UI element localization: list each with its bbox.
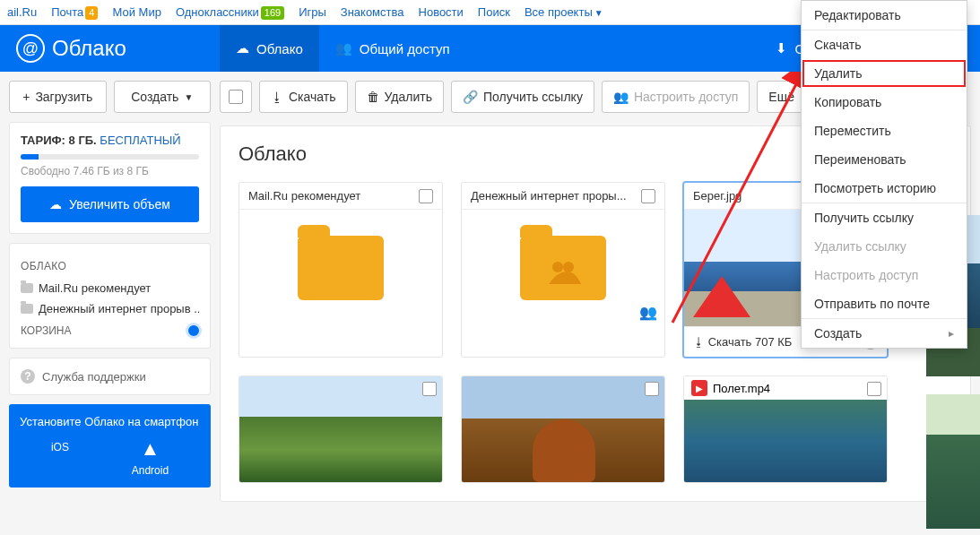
increase-storage-button[interactable]: ☁Увеличить объем: [21, 186, 199, 222]
ctx-move[interactable]: Переместить: [802, 116, 967, 145]
getlink-button[interactable]: 🔗Получить ссылку: [451, 81, 594, 113]
file-card-folder-shared[interactable]: Денежный интернет проры... 👥: [461, 182, 665, 358]
folder-icon: [21, 283, 33, 293]
shared-overlay-icon: [545, 257, 581, 284]
quota-text: Свободно 7.46 ГБ из 8 ГБ: [21, 165, 199, 177]
ctx-delete[interactable]: Удалить: [802, 59, 967, 88]
access-button[interactable]: 👥Настроить доступ: [602, 81, 750, 113]
delete-label: Удалить: [385, 90, 432, 104]
link-games[interactable]: Игры: [299, 5, 326, 19]
logo-text: Облако: [52, 36, 126, 61]
ctx-create[interactable]: Создать: [802, 319, 967, 348]
video-icon: ▶: [691, 380, 707, 396]
ios-link[interactable]: iOS: [51, 437, 69, 477]
tab-cloud[interactable]: ☁ Облако: [220, 25, 319, 72]
tree-label: Mail.Ru рекомендует: [39, 281, 151, 295]
caret-down-icon: ▼: [184, 92, 193, 102]
people-icon: 👥: [613, 90, 629, 104]
caret-down-icon: ▼: [594, 8, 603, 18]
card-checkbox[interactable]: [867, 382, 881, 396]
ctx-sendmail[interactable]: Отправить по почте: [802, 289, 967, 318]
ctx-download[interactable]: Скачать: [802, 30, 967, 59]
decoration: [967, 56, 980, 70]
link-moymir[interactable]: Мой Мир: [112, 5, 160, 19]
svg-point-0: [552, 262, 563, 272]
file-card-image[interactable]: [238, 375, 443, 483]
cloud-icon: ☁: [49, 197, 62, 211]
file-card-folder[interactable]: Mail.Ru рекомендует: [238, 182, 443, 358]
ctx-history[interactable]: Посмотреть историю: [802, 174, 967, 203]
tree-card: ОБЛАКО Mail.Ru рекомендует Денежный инте…: [9, 243, 211, 349]
card-checkbox[interactable]: [419, 189, 433, 203]
link-news[interactable]: Новости: [419, 5, 464, 19]
increase-label: Увеличить объем: [69, 197, 170, 211]
link-mail[interactable]: Почта4: [51, 5, 98, 20]
folder-icon: [520, 236, 606, 300]
tab-cloud-label: Облако: [256, 41, 303, 56]
ios-label: iOS: [51, 441, 69, 453]
tree-item[interactable]: Mail.Ru рекомендует: [21, 278, 199, 298]
sidebar: +Загрузить Создать▼ ТАРИФ: 8 ГБ. БЕСПЛАТ…: [0, 72, 220, 535]
thumbnail-rocks: [462, 376, 664, 482]
card-title: Полет.mp4: [713, 382, 770, 395]
ok-label: Одноклассники: [176, 5, 259, 19]
android-link[interactable]: ▲Android: [132, 437, 169, 477]
download-label: Скачать: [289, 90, 336, 104]
card-checkbox[interactable]: [422, 382, 437, 396]
all-label: Все проекты: [525, 5, 593, 19]
card-checkbox[interactable]: [641, 189, 655, 203]
ctx-copy[interactable]: Копировать: [802, 88, 967, 116]
support-card[interactable]: ? Служба поддержки: [9, 358, 211, 395]
tree-item[interactable]: Денежный интернет прорыв ...: [21, 298, 199, 319]
card-footer-label: Скачать 707 КБ: [708, 335, 793, 349]
section-trash[interactable]: КОРЗИНА: [21, 324, 71, 337]
create-label: Создать: [131, 90, 178, 104]
upload-label: Загрузить: [35, 90, 92, 104]
tree-label: Денежный интернет прорыв ...: [39, 302, 199, 315]
mail-label: Почта: [51, 5, 83, 19]
smartphone-title: Установите Облако на смартфон: [20, 415, 200, 428]
decoration: [967, 32, 980, 47]
plus-icon: +: [22, 90, 30, 104]
support-label: Служба поддержки: [42, 370, 146, 384]
ctx-rename[interactable]: Переименовать: [802, 145, 967, 174]
question-icon: ?: [21, 369, 35, 384]
logo[interactable]: @ Облако: [0, 34, 220, 63]
link-all-projects[interactable]: Все проекты▼: [525, 5, 603, 19]
quota-bar: [21, 154, 199, 160]
create-button[interactable]: Создать▼: [114, 81, 212, 113]
link-ok[interactable]: Одноклассники169: [176, 5, 284, 20]
upload-button[interactable]: +Загрузить: [9, 81, 107, 113]
link-search[interactable]: Поиск: [478, 5, 510, 19]
trash-icon: 🗑: [367, 90, 379, 104]
card-checkbox[interactable]: [645, 382, 659, 396]
section-cloud: ОБЛАКО: [21, 260, 199, 272]
link-dating[interactable]: Знакомства: [341, 5, 404, 19]
card-title: Mail.Ru рекомендует: [248, 189, 360, 203]
trash-indicator-icon: [188, 325, 199, 336]
thumbnail-aerial: [684, 400, 887, 482]
select-all-checkbox[interactable]: [220, 81, 252, 113]
quota-card: ТАРИФ: 8 ГБ. БЕСПЛАТНЫЙ Свободно 7.46 ГБ…: [9, 122, 211, 234]
link-mailru[interactable]: ail.Ru: [7, 5, 37, 19]
ctx-edit[interactable]: Редактировать: [802, 1, 967, 30]
access-label: Настроить доступ: [634, 90, 738, 104]
folder-icon: [298, 236, 384, 300]
ctx-getlink[interactable]: Получить ссылку: [802, 203, 967, 232]
tab-shared[interactable]: 👥 Общий доступ: [319, 25, 466, 72]
ctx-dellink: Удалить ссылку: [802, 232, 967, 261]
thumbnail-strip: [926, 394, 980, 529]
file-card-image[interactable]: [461, 375, 665, 483]
smartphone-promo: Установите Облако на смартфон iOS ▲Andro…: [9, 404, 211, 488]
card-title: Берег.jpg: [693, 189, 742, 203]
card-download-link[interactable]: ⭳ Скачать 707 КБ: [693, 335, 792, 349]
tab-shared-label: Общий доступ: [360, 41, 450, 56]
delete-button[interactable]: 🗑Удалить: [355, 81, 444, 113]
ok-badge: 169: [261, 6, 284, 20]
tariff-line: ТАРИФ: 8 ГБ. БЕСПЛАТНЫЙ: [21, 134, 199, 147]
download-button[interactable]: ⭳Скачать: [259, 81, 348, 113]
cloud-icon: ☁: [236, 40, 249, 56]
thumbnail-field: [239, 376, 442, 482]
file-card-video[interactable]: ▶Полет.mp4: [683, 375, 888, 483]
download-icon: ⬇: [776, 40, 787, 56]
